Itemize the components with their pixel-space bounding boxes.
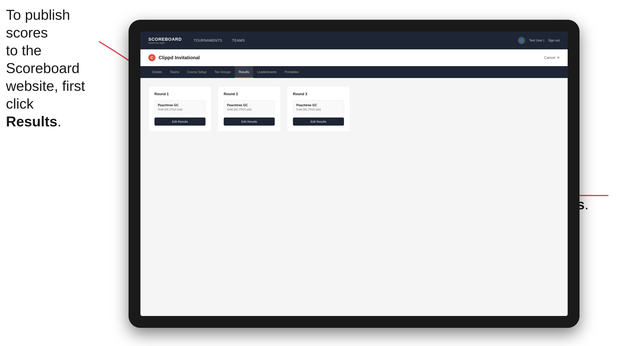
tournament-title-row: C Clippd Invitational — [148, 54, 200, 61]
tournament-title: Clippd Invitational — [159, 55, 200, 60]
close-icon: ✕ — [557, 55, 560, 60]
nav-teams[interactable]: TEAMS — [232, 38, 245, 43]
tournament-header: C Clippd Invitational Cancel ✕ — [140, 49, 568, 66]
tab-details[interactable]: Details — [148, 66, 166, 78]
tab-leaderboards[interactable]: Leaderboards — [253, 66, 281, 78]
round-1-title: Round 1 — [154, 92, 206, 96]
tab-results[interactable]: Results — [235, 66, 253, 78]
round-2-course-details: Gold (M) (7010 yds) — [227, 108, 271, 111]
round-3-course-details: Gold (M) (7010 yds) — [296, 108, 340, 111]
tab-printables[interactable]: Printables — [281, 66, 302, 78]
rounds-grid: Round 1 Peachtree GC Gold (M) (7010 yds)… — [148, 86, 560, 132]
round-1-card: Round 1 Peachtree GC Gold (M) (7010 yds)… — [148, 86, 212, 132]
user-icon: 👤 — [518, 37, 525, 44]
sub-nav: Details Teams Course Setup Tee Groups Re… — [140, 66, 568, 78]
round-2-course-card: Peachtree GC Gold (M) (7010 yds) — [224, 100, 275, 114]
nav-links: TOURNAMENTS TEAMS — [194, 38, 518, 43]
tab-course-setup[interactable]: Course Setup — [183, 66, 210, 78]
nav-user-label: Test User | — [529, 39, 544, 42]
tournament-icon: C — [148, 54, 156, 61]
nav-bar: SCOREBOARD Powered by clippd TOURNAMENTS… — [140, 32, 568, 49]
tournament-area: C Clippd Invitational Cancel ✕ Details T… — [140, 49, 568, 316]
round-3-course-name: Peachtree GC — [296, 104, 340, 107]
cancel-button[interactable]: Cancel ✕ — [544, 55, 560, 60]
tablet-frame: SCOREBOARD Powered by clippd TOURNAMENTS… — [128, 20, 580, 328]
round-2-card: Round 2 Peachtree GC Gold (M) (7010 yds)… — [218, 86, 281, 132]
content-area: Round 1 Peachtree GC Gold (M) (7010 yds)… — [140, 78, 568, 316]
logo-powered: Powered by clippd — [148, 42, 182, 44]
round-1-course-name: Peachtree GC — [158, 104, 202, 107]
edit-results-round-3-button[interactable]: Edit Results — [293, 118, 344, 126]
round-3-course-card: Peachtree GC Gold (M) (7010 yds) — [293, 100, 344, 114]
nav-signout[interactable]: Sign out — [548, 39, 560, 42]
round-2-course-name: Peachtree GC — [227, 104, 271, 107]
edit-results-round-1-button[interactable]: Edit Results — [154, 118, 206, 126]
round-2-title: Round 2 — [224, 92, 275, 96]
tab-teams[interactable]: Teams — [166, 66, 183, 78]
round-3-title: Round 3 — [293, 92, 344, 96]
instruction-left: To publish scores to the Scoreboard webs… — [6, 6, 89, 130]
round-1-course-card: Peachtree GC Gold (M) (7010 yds) — [154, 100, 206, 114]
tab-tee-groups[interactable]: Tee Groups — [210, 66, 235, 78]
edit-results-round-2-button[interactable]: Edit Results — [224, 118, 275, 126]
round-3-card: Round 3 Peachtree GC Gold (M) (7010 yds)… — [287, 86, 350, 132]
nav-tournaments[interactable]: TOURNAMENTS — [194, 38, 222, 43]
tablet-screen: SCOREBOARD Powered by clippd TOURNAMENTS… — [140, 32, 568, 316]
logo-scoreboard: SCOREBOARD — [148, 37, 182, 41]
round-1-course-details: Gold (M) (7010 yds) — [158, 108, 202, 111]
logo-area: SCOREBOARD Powered by clippd — [148, 36, 182, 45]
nav-right: 👤 Test User | Sign out — [518, 37, 560, 44]
